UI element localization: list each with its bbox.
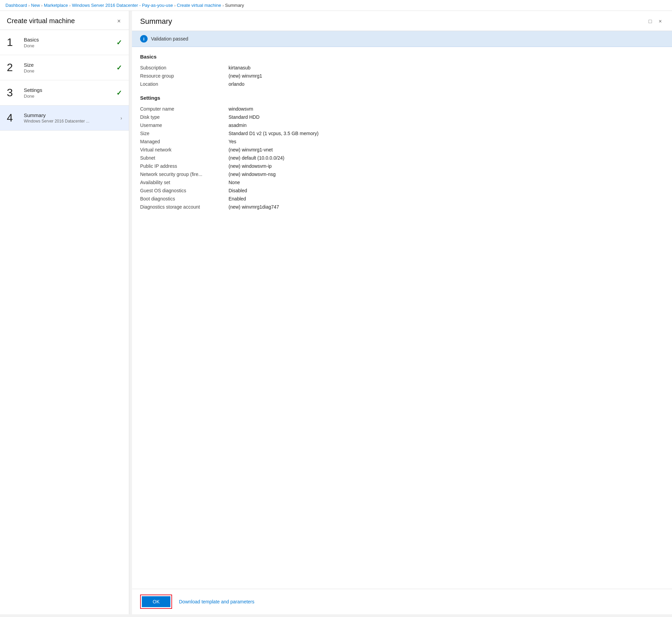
step-item-settings[interactable]: 3 Settings Done ✓ [0, 80, 129, 105]
table-row: Disk type Standard HDD [140, 113, 664, 121]
table-row: Availability set None [140, 178, 664, 186]
settings-label: Computer name [140, 105, 229, 113]
step-number-3: 3 [7, 86, 24, 99]
validation-text: Validation passed [151, 36, 188, 42]
close-right-panel-button[interactable]: × [657, 17, 664, 26]
step-number-4: 4 [7, 112, 24, 124]
left-panel: Create virtual machine × 1 Basics Done ✓… [0, 11, 129, 614]
bottom-bar: OK Download template and parameters [132, 589, 672, 614]
step-item-size[interactable]: 2 Size Done ✓ [0, 55, 129, 80]
table-row: Subscription kirtanasub [140, 64, 664, 72]
left-panel-header: Create virtual machine × [0, 11, 129, 30]
right-panel-actions: □ × [646, 17, 664, 26]
settings-value: Standard HDD [229, 113, 664, 121]
table-row: Guest OS diagnostics Disabled [140, 186, 664, 195]
settings-section-heading: Settings [140, 95, 664, 101]
settings-value: Disabled [229, 186, 664, 195]
table-row: Managed Yes [140, 137, 664, 146]
ok-button[interactable]: OK [142, 596, 170, 607]
table-row: Network security group (fire... (new) wi… [140, 170, 664, 178]
settings-value: (new) windowsvm-nsg [229, 170, 664, 178]
settings-label: Username [140, 121, 229, 129]
settings-value: (new) windowsvm-ip [229, 162, 664, 170]
step-number-1: 1 [7, 36, 24, 49]
table-row: Username asadmin [140, 121, 664, 129]
settings-label: Virtual network [140, 146, 229, 154]
step-item-summary[interactable]: 4 Summary Windows Server 2016 Datacenter… [0, 105, 129, 131]
validation-banner: i Validation passed [132, 31, 672, 47]
settings-value: None [229, 178, 664, 186]
settings-value: Enabled [229, 195, 664, 203]
settings-label: Guest OS diagnostics [140, 186, 229, 195]
breadcrumb-summary: Summary [225, 3, 244, 8]
main-container: Create virtual machine × 1 Basics Done ✓… [0, 11, 672, 614]
step-check-2: ✓ [116, 64, 122, 72]
step-name-3: Settings [24, 87, 114, 93]
settings-value: (new) winvmrg1-vnet [229, 146, 664, 154]
table-row: Diagnostics storage account (new) winvmr… [140, 203, 664, 211]
basics-label: Location [140, 80, 229, 88]
table-row: Boot diagnostics Enabled [140, 195, 664, 203]
basics-label: Resource group [140, 72, 229, 80]
step-name-1: Basics [24, 37, 114, 43]
table-row: Virtual network (new) winvmrg1-vnet [140, 146, 664, 154]
step-number-2: 2 [7, 61, 24, 74]
step-item-basics[interactable]: 1 Basics Done ✓ [0, 30, 129, 55]
validation-icon: i [140, 35, 148, 43]
step-name-4: Summary [24, 112, 118, 118]
step-info-1: Basics Done [24, 37, 114, 48]
summary-content: Basics Subscription kirtanasub Resource … [132, 47, 672, 589]
right-panel-header: Summary □ × [132, 11, 672, 31]
settings-label: Managed [140, 137, 229, 146]
step-chevron-4: › [120, 115, 122, 121]
settings-value: Standard D1 v2 (1 vcpus, 3.5 GB memory) [229, 129, 664, 137]
settings-value: asadmin [229, 121, 664, 129]
table-row: Location orlando [140, 80, 664, 88]
breadcrumb-windows-server[interactable]: Windows Server 2016 Datacenter - Pay-as-… [72, 3, 173, 8]
basics-table: Subscription kirtanasub Resource group (… [140, 64, 664, 88]
settings-label: Disk type [140, 113, 229, 121]
step-status-2: Done [24, 68, 114, 74]
download-template-link[interactable]: Download template and parameters [179, 599, 254, 604]
breadcrumb-create-vm[interactable]: Create virtual machine [177, 3, 221, 8]
basics-section-heading: Basics [140, 54, 664, 60]
settings-label: Diagnostics storage account [140, 203, 229, 211]
settings-value: (new) default (10.0.0.0/24) [229, 154, 664, 162]
basics-label: Subscription [140, 64, 229, 72]
table-row: Public IP address (new) windowsvm-ip [140, 162, 664, 170]
basics-value: kirtanasub [229, 64, 664, 72]
table-row: Computer name windowsvm [140, 105, 664, 113]
step-info-3: Settings Done [24, 87, 114, 99]
settings-label: Availability set [140, 178, 229, 186]
step-sub-4: Windows Server 2016 Datacenter ... [24, 119, 92, 124]
right-panel: Summary □ × i Validation passed Basics S… [132, 11, 672, 614]
settings-value: (new) winvmrg1diag747 [229, 203, 664, 211]
step-status-3: Done [24, 94, 114, 99]
settings-label: Boot diagnostics [140, 195, 229, 203]
right-panel-title: Summary [140, 17, 172, 26]
settings-label: Subnet [140, 154, 229, 162]
breadcrumb-dashboard[interactable]: Dashboard [5, 3, 27, 8]
settings-label: Public IP address [140, 162, 229, 170]
steps-list: 1 Basics Done ✓ 2 Size Done ✓ 3 Settings… [0, 30, 129, 614]
basics-value: (new) winvmrg1 [229, 72, 664, 80]
breadcrumb-marketplace[interactable]: Marketplace [44, 3, 68, 8]
settings-value: Yes [229, 137, 664, 146]
breadcrumb-new[interactable]: New [31, 3, 40, 8]
minimize-button[interactable]: □ [646, 17, 654, 26]
step-check-1: ✓ [116, 38, 122, 47]
table-row: Size Standard D1 v2 (1 vcpus, 3.5 GB mem… [140, 129, 664, 137]
settings-value: windowsvm [229, 105, 664, 113]
breadcrumb: Dashboard › New › Marketplace › Windows … [0, 0, 672, 11]
step-name-2: Size [24, 62, 114, 68]
left-panel-close-button[interactable]: × [116, 17, 122, 25]
settings-table: Computer name windowsvm Disk type Standa… [140, 105, 664, 211]
step-info-4: Summary Windows Server 2016 Datacenter .… [24, 112, 118, 124]
ok-button-wrapper: OK [140, 595, 172, 609]
settings-label: Size [140, 129, 229, 137]
step-check-3: ✓ [116, 89, 122, 97]
left-panel-title: Create virtual machine [7, 17, 75, 25]
step-status-1: Done [24, 43, 114, 48]
step-info-2: Size Done [24, 62, 114, 74]
basics-value: orlando [229, 80, 664, 88]
